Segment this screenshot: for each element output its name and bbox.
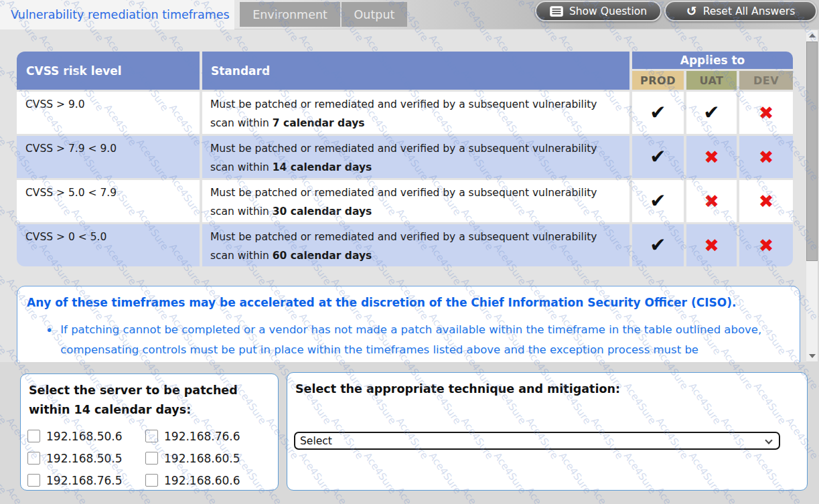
x-icon: ✖: [759, 236, 774, 254]
server-ip-label: 192.168.50.6: [46, 430, 123, 443]
prod-mark-cell: ✔: [632, 136, 684, 178]
server-option: 192.168.76.6: [145, 430, 263, 443]
cvss-level-cell: CVSS > 0 < 5.0: [17, 224, 200, 266]
prod-mark-cell: ✔: [632, 92, 684, 134]
cvss-level-cell: CVSS > 5.0 < 7.9: [17, 180, 200, 222]
reset-undo-icon: ↺: [686, 5, 697, 17]
standard-text: Must be patched or remediated and verifi…: [210, 98, 597, 129]
dev-mark-cell: ✖: [739, 224, 793, 266]
server-selection-title: Select the server to be patched within 1…: [29, 381, 260, 420]
check-icon: ✔: [650, 191, 666, 211]
header-env-uat: UAT: [686, 71, 737, 90]
standard-days-bold: 7 calendar days: [273, 117, 365, 129]
chevron-down-icon: [765, 436, 772, 444]
arrow-down-icon: [809, 354, 816, 358]
dev-mark-cell: ✖: [739, 180, 793, 222]
cvss-level-cell: CVSS > 9.0: [17, 92, 200, 134]
server-checkbox[interactable]: [145, 474, 158, 487]
tab-output[interactable]: Output: [342, 2, 407, 27]
remediation-table: CVSS risk level Standard Applies to PROD…: [17, 52, 793, 266]
header-env-dev: DEV: [739, 71, 793, 90]
server-checkbox[interactable]: [145, 430, 158, 442]
server-option: 192.168.60.6: [145, 474, 263, 487]
standard-text: Must be patched or remediated and verifi…: [210, 231, 597, 262]
x-icon: ✖: [759, 148, 774, 166]
show-question-button[interactable]: Show Question: [535, 1, 662, 21]
x-icon: ✖: [759, 104, 774, 122]
bullet-dot: [46, 320, 60, 360]
check-icon: ✔: [650, 236, 666, 255]
scroll-up-button[interactable]: [806, 30, 818, 41]
standard-text: Must be patched or remediated and verifi…: [210, 187, 597, 218]
prod-mark-cell: ✔: [632, 180, 684, 222]
reset-all-answers-label: Reset All Answers: [703, 5, 796, 17]
reset-all-answers-button[interactable]: ↺ Reset All Answers: [664, 1, 817, 21]
show-question-label: Show Question: [569, 5, 647, 17]
server-option: 192.168.60.5: [145, 452, 263, 465]
server-checkbox[interactable]: [27, 452, 40, 465]
server-ip-label: 192.168.60.5: [164, 452, 240, 465]
server-option: 192.168.50.5: [27, 452, 145, 465]
standard-days-bold: 14 calendar days: [273, 161, 372, 173]
technique-selection-box: Select the appropriate technique and mit…: [287, 372, 808, 491]
server-checkbox[interactable]: [27, 430, 40, 442]
tab-bar: Vulnerability remediation timeframes Env…: [0, 0, 819, 29]
server-option: 192.168.50.6: [27, 430, 145, 443]
dev-mark-cell: ✖: [739, 136, 793, 178]
answer-panel: Select the server to be patched within 1…: [0, 362, 819, 504]
x-icon: ✖: [704, 236, 719, 254]
standard-cell: Must be patched or remediated and verifi…: [202, 136, 629, 178]
scrollbar-thumb[interactable]: [806, 41, 818, 261]
technique-select-dropdown[interactable]: Select: [294, 432, 780, 450]
note-heading: Any of these timeframes may be accelerat…: [27, 296, 790, 309]
uat-mark-cell: ✖: [686, 180, 737, 222]
check-icon: ✔: [703, 103, 719, 122]
header-env-prod: PROD: [632, 71, 684, 90]
server-selection-box: Select the server to be patched within 1…: [20, 373, 279, 491]
cvss-level-cell: CVSS > 7.9 < 9.0: [17, 136, 200, 178]
header-standard: Standard: [202, 52, 629, 90]
technique-selection-title: Select the appropriate technique and mit…: [295, 380, 799, 399]
dev-mark-cell: ✖: [739, 92, 793, 134]
uat-mark-cell: ✖: [686, 136, 737, 178]
header-applies-to: Applies to: [632, 52, 793, 69]
question-scroll-area: CVSS risk level Standard Applies to PROD…: [0, 29, 806, 362]
header-cvss-risk-level: CVSS risk level: [17, 52, 200, 90]
prod-mark-cell: ✔: [632, 224, 684, 266]
scroll-down-button[interactable]: [806, 351, 818, 361]
note-bullet-line: If patching cannot be completed or a ven…: [46, 320, 788, 360]
standard-cell: Must be patched or remediated and verifi…: [202, 92, 629, 134]
arrow-up-icon: [809, 33, 816, 37]
select-current-value: Select: [300, 435, 332, 447]
standard-cell: Must be patched or remediated and verifi…: [202, 224, 629, 266]
standard-cell: Must be patched or remediated and verifi…: [202, 180, 629, 222]
uat-mark-cell: ✔: [686, 92, 737, 134]
x-icon: ✖: [704, 192, 719, 210]
standard-days-bold: 60 calendar days: [273, 250, 372, 262]
vertical-scrollbar[interactable]: [806, 30, 818, 361]
question-list-icon: [550, 6, 563, 17]
uat-mark-cell: ✖: [686, 224, 737, 266]
server-checkbox[interactable]: [145, 452, 158, 465]
check-icon: ✔: [650, 147, 666, 167]
tab-vulnerability-remediation-timeframes[interactable]: Vulnerability remediation timeframes: [0, 0, 234, 29]
note-bullet-text: If patching cannot be completed or a ven…: [60, 320, 788, 360]
server-ip-label: 192.168.50.5: [46, 452, 123, 465]
server-checkbox[interactable]: [27, 474, 40, 487]
x-icon: ✖: [759, 192, 774, 210]
check-icon: ✔: [650, 103, 666, 122]
x-icon: ✖: [704, 148, 719, 166]
server-ip-label: 192.168.60.6: [164, 474, 240, 487]
server-checkbox-grid: 192.168.50.6192.168.76.6192.168.50.5192.…: [27, 425, 278, 491]
server-ip-label: 192.168.76.6: [164, 430, 240, 443]
server-ip-label: 192.168.76.5: [46, 474, 123, 487]
server-option: 192.168.76.5: [27, 474, 145, 487]
tab-environment[interactable]: Environment: [240, 2, 340, 27]
standard-text: Must be patched or remediated and verifi…: [210, 143, 597, 173]
ciso-note-box: Any of these timeframes may be accelerat…: [17, 286, 800, 362]
standard-days-bold: 30 calendar days: [273, 205, 372, 218]
